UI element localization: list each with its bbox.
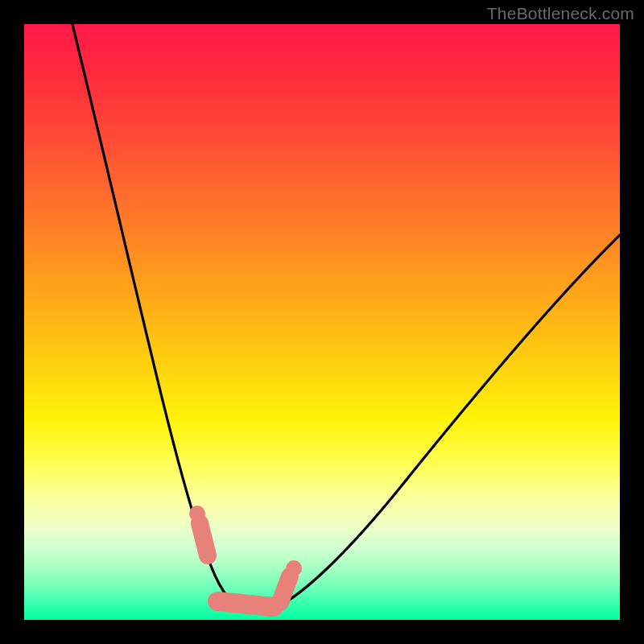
marker-dot-upper-right	[286, 560, 302, 576]
bottleneck-curve	[72, 24, 620, 610]
marker-dot-upper-left	[189, 506, 205, 522]
marker-sausage-right	[280, 576, 290, 602]
plot-area	[24, 24, 620, 620]
chart-svg	[24, 24, 620, 620]
watermark-text: TheBottleneck.com	[487, 4, 634, 23]
marker-layer	[189, 506, 302, 607]
marker-sausage-bottom	[217, 601, 274, 607]
marker-sausage-left	[200, 523, 208, 555]
chart-frame: TheBottleneck.com	[0, 0, 644, 644]
